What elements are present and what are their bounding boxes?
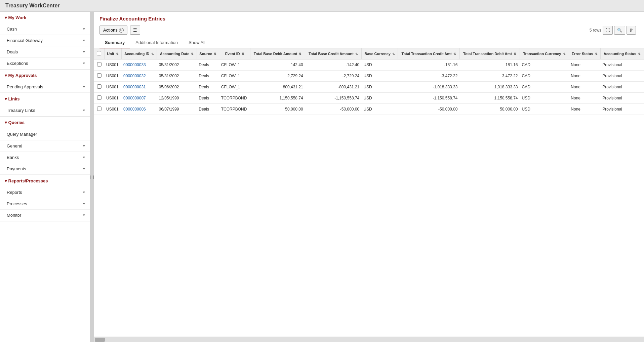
row-total-base-debit: 2,729.24 <box>250 71 305 82</box>
row-accounting-date: 05/06/2002 <box>157 82 197 93</box>
tab-summary[interactable]: Summary <box>99 37 130 48</box>
sidebar-item-label-banks: Banks <box>7 155 19 160</box>
col-accounting-id[interactable]: Accounting ID ⇅ <box>121 48 157 59</box>
sidebar-item-label-reports: Reports <box>7 190 22 195</box>
table-container: Unit ⇅ Accounting ID ⇅ Accounting Date ⇅… <box>94 48 644 337</box>
col-trans-currency[interactable]: Transaction Currency ⇅ <box>520 48 569 59</box>
sidebar-item-exceptions[interactable]: Exceptions <box>0 58 90 69</box>
row-accounting-id[interactable]: 0000000032 <box>121 71 157 82</box>
row-accounting-id[interactable]: 0000000033 <box>121 59 157 71</box>
tab-show-all[interactable]: Show All <box>183 37 211 48</box>
sidebar-section-label-queries: ▾ Queries <box>5 120 25 125</box>
sidebar-section-reports-processes: ▾ Reports/Processes Reports Processes Mo… <box>0 175 90 221</box>
row-checkbox[interactable] <box>97 106 102 111</box>
sort-trans-currency-icon: ⇅ <box>563 52 566 56</box>
col-total-trans-debit[interactable]: Total Transaction Debit Amt ⇅ <box>459 48 520 59</box>
sidebar: ▾ My Work Cash Financial Gateway Deals E… <box>0 12 90 342</box>
sidebar-item-financial-gateway[interactable]: Financial Gateway <box>0 35 90 46</box>
col-error-status[interactable]: Error Status ⇅ <box>569 48 600 59</box>
row-checkbox[interactable] <box>97 73 102 78</box>
row-accounting-id[interactable]: 0000000007 <box>121 93 157 104</box>
row-unit: US001 <box>104 71 121 82</box>
accounting-id-link: 0000000006 <box>123 107 146 112</box>
row-total-base-debit: 1,150,558.74 <box>250 93 305 104</box>
row-accounting-id[interactable]: 0000000031 <box>121 82 157 93</box>
row-accounting-status: Provisional <box>600 104 644 115</box>
row-checkbox-cell[interactable] <box>94 82 104 93</box>
sidebar-section-queries: ▾ Queries Query Manager General Banks Pa… <box>0 117 90 175</box>
sidebar-item-label-pending-approvals: Pending Approvals <box>7 84 43 89</box>
sidebar-section-header-queries[interactable]: ▾ Queries <box>0 117 90 128</box>
row-event-id: TCORPBOND <box>219 93 250 104</box>
row-total-trans-debit: 50,000.00 <box>459 104 520 115</box>
chevron-down-icon <box>83 213 85 217</box>
sidebar-item-label-monitor: Monitor <box>7 213 21 218</box>
row-unit: US001 <box>104 82 121 93</box>
row-checkbox-cell[interactable] <box>94 71 104 82</box>
row-checkbox[interactable] <box>97 62 102 67</box>
sidebar-item-treasury-links[interactable]: Treasury Links <box>0 105 90 116</box>
row-total-base-credit: -800,431.21 <box>305 82 362 93</box>
sidebar-item-query-manager[interactable]: Query Manager <box>0 128 90 140</box>
col-accounting-status[interactable]: Accounting Status ⇅ <box>600 48 644 59</box>
row-total-trans-credit: -50,000.00 <box>398 104 460 115</box>
col-checkbox[interactable] <box>94 48 104 59</box>
sidebar-item-reports[interactable]: Reports <box>0 187 90 198</box>
expand-button[interactable]: ⛶ <box>603 26 613 35</box>
row-checkbox-cell[interactable] <box>94 59 104 71</box>
col-total-base-debit[interactable]: Total Base Debit Amount ⇅ <box>250 48 305 59</box>
expand-icon: ⛶ <box>606 28 610 33</box>
row-error-status: None <box>569 82 600 93</box>
sidebar-item-payments[interactable]: Payments <box>0 163 90 175</box>
search-button[interactable]: 🔍 <box>614 26 625 35</box>
actions-button[interactable]: Actions ⊙ <box>99 26 127 35</box>
rows-count: 5 rows <box>590 28 601 33</box>
select-all-checkbox[interactable] <box>97 51 101 55</box>
row-error-status: None <box>569 93 600 104</box>
main-content: Finalize Accounting Entries Actions ⊙ ☰ … <box>94 12 644 342</box>
sidebar-resize-handle[interactable]: ❙❙ <box>90 12 94 342</box>
sidebar-item-processes[interactable]: Processes <box>0 198 90 210</box>
col-total-trans-credit[interactable]: Total Transaction Credit Amt ⇅ <box>398 48 460 59</box>
col-base-currency[interactable]: Base Currency ⇅ <box>361 48 398 59</box>
sidebar-section-header-my-approvals[interactable]: ▾ My Approvals <box>0 70 90 81</box>
sidebar-section-header-reports-processes[interactable]: ▾ Reports/Processes <box>0 175 90 187</box>
sidebar-section-header-my-work[interactable]: ▾ My Work <box>0 12 90 24</box>
sidebar-item-label-cash: Cash <box>7 27 17 32</box>
table-row: US001 0000000007 12/05/1999 Deals TCORPB… <box>94 93 644 104</box>
table-row: US001 0000000006 06/07/1999 Deals TCORPB… <box>94 104 644 115</box>
chevron-down-icon <box>83 155 85 160</box>
col-source[interactable]: Source ⇅ <box>197 48 219 59</box>
sidebar-section-label-my-work: ▾ My Work <box>5 15 27 20</box>
sidebar-item-deals[interactable]: Deals <box>0 46 90 58</box>
col-total-base-credit[interactable]: Total Base Credit Amount ⇅ <box>305 48 362 59</box>
toolbar-right: 5 rows ⛶ 🔍 ⇵ <box>590 26 636 35</box>
row-accounting-id[interactable]: 0000000006 <box>121 104 157 115</box>
row-checkbox-cell[interactable] <box>94 93 104 104</box>
row-checkbox[interactable] <box>97 95 102 100</box>
col-event-id[interactable]: Event ID ⇅ <box>219 48 250 59</box>
sort-base-currency-icon: ⇅ <box>392 52 395 56</box>
row-total-base-credit: -50,000.00 <box>305 104 362 115</box>
row-checkbox[interactable] <box>97 84 102 89</box>
row-accounting-status: Provisional <box>600 82 644 93</box>
sort-accounting-id-icon: ⇅ <box>151 52 154 56</box>
row-total-base-credit: -2,729.24 <box>305 71 362 82</box>
sidebar-item-general[interactable]: General <box>0 140 90 152</box>
sort-button[interactable]: ⇵ <box>627 26 636 35</box>
sidebar-section-header-links[interactable]: ▾ Links <box>0 93 90 105</box>
horizontal-scrollbar[interactable] <box>94 337 644 342</box>
col-unit[interactable]: Unit ⇅ <box>104 48 121 59</box>
filter-button[interactable]: ☰ <box>130 26 140 35</box>
table-row: US001 0000000032 05/31/2002 Deals CFLOW_… <box>94 71 644 82</box>
col-accounting-date[interactable]: Accounting Date ⇅ <box>157 48 197 59</box>
accounting-table: Unit ⇅ Accounting ID ⇅ Accounting Date ⇅… <box>94 48 644 115</box>
row-source: Deals <box>197 59 219 71</box>
tab-additional-info[interactable]: Additional Information <box>130 37 183 48</box>
sidebar-item-cash[interactable]: Cash <box>0 24 90 35</box>
sidebar-item-pending-approvals[interactable]: Pending Approvals <box>0 81 90 93</box>
scrollbar-thumb[interactable] <box>95 338 105 342</box>
sidebar-item-banks[interactable]: Banks <box>0 152 90 163</box>
row-checkbox-cell[interactable] <box>94 104 104 115</box>
sidebar-item-monitor[interactable]: Monitor <box>0 210 90 221</box>
